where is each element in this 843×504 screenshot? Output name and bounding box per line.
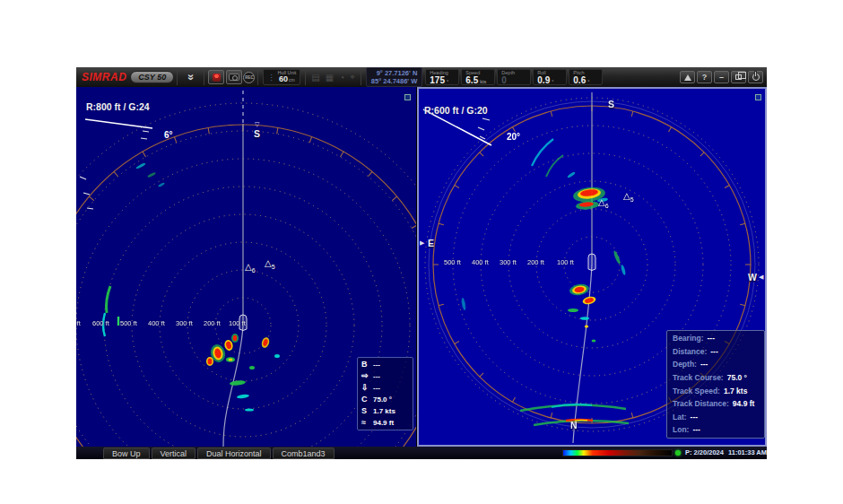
gps-status-icon — [675, 450, 681, 456]
range-label: 600 ft — [92, 319, 109, 327]
window-controls: ? – — [678, 71, 763, 83]
range-label: 500 ft — [120, 319, 137, 327]
model-badge: CSY 50 — [130, 71, 174, 83]
range-gain-readout: R:600 ft / G:20 — [424, 105, 488, 116]
range-label: 300 ft — [176, 319, 193, 327]
simrad-logo: SIMRAD — [82, 71, 126, 83]
alarm-status-button[interactable] — [208, 70, 224, 84]
target-marker[interactable]: △5 — [623, 192, 634, 204]
sonar-app-window: SIMRAD CSY 50 » REC ⋮ Hull Unit 60 cm ▤ … — [76, 67, 767, 459]
range-label: 700 ft — [76, 319, 81, 327]
status-date: P: 2/20/2024 — [685, 448, 724, 456]
tilt-angle-label: 6° — [164, 130, 173, 140]
roll-display: Roll 0.9° — [533, 69, 567, 85]
alarm-button[interactable] — [680, 71, 695, 83]
cardinal-s-label: S — [254, 128, 260, 139]
sonar-panel-right-selected[interactable]: R:600 ft / G:20 20° S N E W ▶ ◀ 500 ft 4… — [417, 87, 767, 447]
chart-view-icon[interactable]: ▤ — [311, 73, 319, 83]
range-label: 400 ft — [148, 319, 165, 327]
cardinal-n-label: N — [570, 420, 578, 430]
west-edge-arrow-icon: ◀ — [759, 274, 763, 281]
double-chevron-down-icon[interactable]: » — [187, 74, 196, 80]
east-edge-arrow-icon: ▶ — [420, 239, 424, 247]
echo-color-scale — [562, 449, 673, 456]
help-button[interactable]: ? — [697, 71, 712, 83]
bearing-icon: B — [361, 361, 373, 369]
range-label: 400 ft — [472, 258, 489, 266]
track-distance-icon: ≈ — [361, 419, 373, 427]
signal-bars-icon[interactable]: ▦ — [326, 73, 334, 83]
power-icon — [752, 74, 760, 81]
range-label: 200 ft — [527, 258, 544, 266]
target-search-icon[interactable]: ⌖ — [350, 72, 355, 83]
record-button[interactable]: REC — [243, 72, 255, 83]
heading-display: Heading 175° — [425, 69, 459, 85]
range-gain-readout: R:800 ft / G:24 — [86, 101, 150, 112]
target-marker[interactable]: △6 — [598, 198, 609, 211]
panel-corner-marker[interactable] — [404, 94, 411, 100]
gauge-icon[interactable]: ◔ — [339, 73, 344, 83]
target-marker[interactable]: △6 — [245, 263, 256, 275]
divider — [305, 69, 306, 85]
cardinal-s-label: S — [608, 99, 614, 109]
screen: SIMRAD CSY 50 » REC ⋮ Hull Unit 60 cm ▤ … — [0, 0, 843, 504]
horizontal-range-icon: ⇨ — [361, 372, 373, 380]
divider — [177, 69, 178, 85]
course-icon: C — [361, 395, 373, 404]
sonar-status-icon — [213, 74, 221, 82]
top-toolbar: SIMRAD CSY 50 » REC ⋮ Hull Unit 60 cm ▤ … — [76, 67, 767, 87]
bottom-bar: Bow Up Vertical Dual Horizontal Comb1and… — [76, 447, 767, 459]
range-label: 100 ft — [557, 258, 574, 266]
tab-bow-up[interactable]: Bow Up — [103, 448, 150, 459]
range-label: 100 ft — [229, 319, 246, 327]
status-readout: P: 2/20/2024 11:01:33 AM — [675, 448, 771, 456]
sonar-panel-left[interactable]: R:800 ft / G:24 6° ▽ S 700 ft 600 ft 500… — [76, 87, 416, 447]
range-label: 200 ft — [204, 319, 221, 327]
range-label: 500 ft — [444, 258, 461, 266]
tilt-angle-label: 20° — [507, 132, 520, 142]
track-info-box-right: Bearing:--- Distance:--- Depth:--- Track… — [666, 330, 765, 439]
tab-vertical[interactable]: Vertical — [152, 448, 196, 459]
latitude-value: 9° 27.7126' N — [377, 69, 418, 77]
warning-triangle-icon — [684, 74, 691, 81]
hull-unit-display[interactable]: ⋮ Hull Unit 60 cm — [263, 69, 300, 85]
range-label: 300 ft — [500, 258, 517, 266]
track-info-box-left: B--- ⇨--- ⇩--- C75.0 ° S1.7 kts ≈94.9 ft — [357, 357, 413, 430]
cardinal-w-label: W — [748, 272, 757, 282]
speed-icon: S — [361, 407, 373, 415]
restore-button[interactable] — [731, 71, 746, 83]
snapshot-button[interactable] — [226, 70, 242, 84]
status-time: 11:01:33 AM — [728, 448, 767, 456]
tab-dual-horizontal[interactable]: Dual Horizontal — [197, 448, 271, 459]
cardinal-e-label: E — [428, 238, 434, 248]
speed-display: Speed 6.5kts — [461, 69, 495, 85]
south-pointer-icon: ▽ — [255, 121, 259, 128]
view-tabs: Bow Up Vertical Dual Horizontal Comb1and… — [103, 448, 336, 459]
target-marker[interactable]: △5 — [265, 259, 275, 272]
divider — [361, 69, 361, 85]
tab-comb1and3[interactable]: Comb1and3 — [273, 448, 335, 459]
hull-slider-icon: ⋮ — [267, 74, 274, 82]
hull-unit-unit: cm — [289, 78, 295, 83]
power-button[interactable] — [748, 71, 763, 83]
depth-display: Depth 0 — [497, 69, 531, 85]
window-restore-icon — [735, 74, 742, 80]
depth-arrow-icon: ⇩ — [361, 384, 373, 392]
minimize-button[interactable]: – — [714, 71, 729, 83]
gps-position-display: 9° 27.7126' N 85° 24.7486' W — [366, 67, 422, 87]
camera-icon — [229, 74, 239, 81]
longitude-value: 85° 24.7486' W — [371, 77, 417, 85]
hull-unit-value: 60 — [279, 75, 288, 83]
divider — [204, 69, 204, 85]
divider — [257, 69, 258, 85]
pitch-display: Pitch 0.6° — [569, 69, 603, 85]
panel-corner-marker[interactable] — [755, 94, 761, 100]
